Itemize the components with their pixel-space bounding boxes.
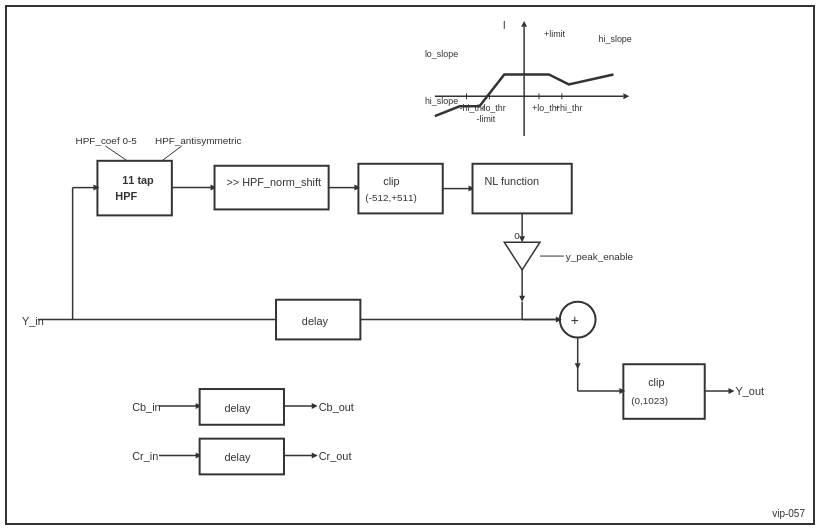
minus-limit-label: -limit <box>476 114 495 124</box>
cr-out-label: Cr_out <box>319 450 352 462</box>
hpf-label2: HPF <box>115 190 137 202</box>
y-peak-enable-label: y_peak_enable <box>566 251 634 262</box>
cb-in-label: Cb_in <box>132 401 161 413</box>
hpf-block <box>97 161 171 216</box>
hi-slope-label2: hi_slope <box>425 96 458 106</box>
svg-marker-3 <box>521 21 527 27</box>
delay-cr-label: delay <box>224 451 251 463</box>
clip1-label1: clip <box>383 175 399 187</box>
y-out-label: Y_out <box>735 385 764 397</box>
clip2-label2: (0,1023) <box>631 395 668 406</box>
svg-marker-22 <box>519 296 525 302</box>
svg-line-11 <box>162 146 182 161</box>
mux-block <box>504 242 540 270</box>
minus-lo-thr-label: -lo_thr <box>480 103 505 113</box>
cr-in-label: Cr_in <box>132 450 158 462</box>
clip2-block <box>623 364 704 419</box>
hpf-coef-label: HPF_coef 0-5 <box>76 135 138 146</box>
plus-limit-label: +limit <box>544 29 566 39</box>
zero-label: 0 <box>514 230 520 241</box>
svg-marker-37 <box>729 388 735 394</box>
hpf-antisymmetric-label: HPF_antisymmetric <box>155 135 241 146</box>
svg-line-10 <box>105 146 127 161</box>
clip1-block <box>358 164 442 214</box>
norm-shift-label: >> HPF_norm_shift <box>226 176 321 188</box>
svg-marker-1 <box>623 93 629 99</box>
clip1-label2: (-512,+511) <box>365 192 417 203</box>
lo-slope-label: lo_slope <box>425 49 458 59</box>
y-in-label: Y_in <box>22 315 44 327</box>
nl-function-label1: NL function <box>484 175 539 187</box>
svg-marker-41 <box>312 403 318 409</box>
diagram-container: -hi_thr -lo_thr +lo_thr +hi_thr +limit -… <box>5 5 815 525</box>
watermark-label: vip-057 <box>772 508 805 519</box>
delay-main-label: delay <box>302 315 329 327</box>
hpf-label1: 11 tap <box>122 174 154 186</box>
hi-slope-label: hi_slope <box>599 34 632 44</box>
nl-function-block <box>473 164 572 214</box>
svg-marker-19 <box>519 236 525 242</box>
delay-cb-label: delay <box>224 402 251 414</box>
clip2-label1: clip <box>648 376 664 388</box>
block-diagram: -hi_thr -lo_thr +lo_thr +hi_thr +limit -… <box>7 7 813 523</box>
cb-out-label: Cb_out <box>319 401 354 413</box>
svg-marker-45 <box>312 453 318 459</box>
plus-hi-thr-label: +hi_thr <box>555 103 583 113</box>
adder-plus: + <box>571 312 579 328</box>
